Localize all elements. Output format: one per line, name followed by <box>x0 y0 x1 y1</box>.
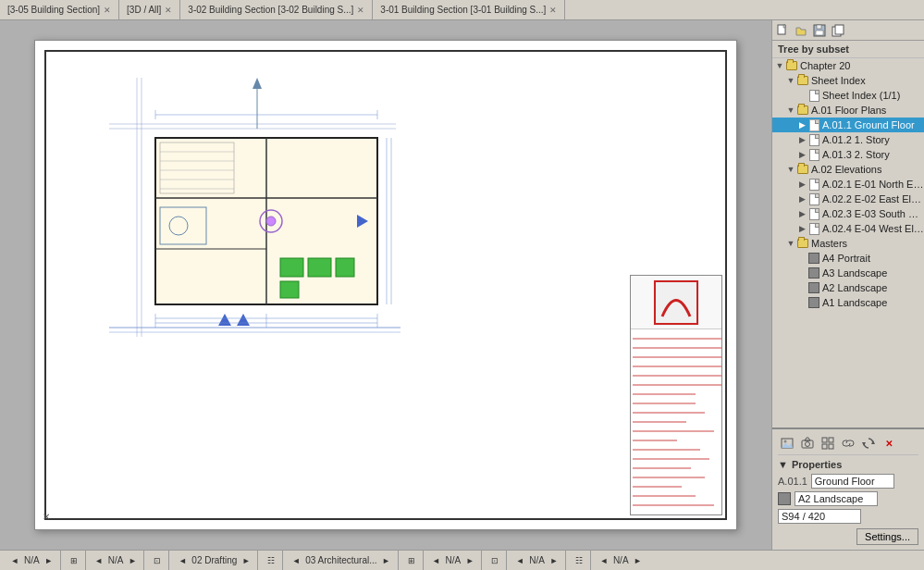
a013-page-icon <box>807 148 820 161</box>
prop-id-value[interactable]: Ground Floor <box>811 474 894 489</box>
status-seg-5: ◄ N/A ► <box>593 551 649 570</box>
tree-area[interactable]: ▼ Chapter 20 ▼ Sheet Index ▶ <box>772 58 924 428</box>
expand-arrow-a023[interactable]: ▶ <box>796 208 807 219</box>
tab-close-3d[interactable]: ✕ <box>165 6 172 15</box>
tree-item-a023[interactable]: ▶ A.02.3 E-03 South Elevation <box>772 206 924 221</box>
svg-marker-69 <box>782 443 793 448</box>
svg-point-68 <box>784 440 787 443</box>
expand-arrow-a011[interactable]: ▶ <box>796 119 807 130</box>
expand-arrow-a012[interactable]: ▶ <box>796 134 807 145</box>
status-arrow-right-arch[interactable]: ► <box>379 553 394 568</box>
status-arrow-right-drafting[interactable]: ► <box>239 553 253 568</box>
prop-close-btn[interactable]: ✕ <box>880 434 898 452</box>
expand-arrow-chapter20[interactable]: ▼ <box>774 60 785 71</box>
svg-rect-73 <box>822 438 827 442</box>
tree-item-masters-group[interactable]: ▼ Masters <box>772 236 924 251</box>
status-arrow-left-arch[interactable]: ◄ <box>289 553 303 568</box>
tab-bar: [3-05 Building Section] ✕ [3D / All] ✕ 3… <box>0 0 924 20</box>
tree-item-a2landscape[interactable]: ▶ A2 Landscape <box>772 280 924 295</box>
corner-arrow: ✕ <box>43 512 50 522</box>
prop-link-btn[interactable] <box>839 434 857 452</box>
a012-label: A.01.2 1. Story <box>822 134 890 145</box>
tree-item-sheetindex-item[interactable]: ▶ Sheet Index (1/1) <box>772 88 924 103</box>
tab-3d-all[interactable]: [3D / All] ✕ <box>119 0 180 19</box>
tree-item-a011[interactable]: ▶ A.01.1 Ground Floor <box>772 118 924 132</box>
tree-item-a024[interactable]: ▶ A.02.4 E-04 West Elevation <box>772 221 924 236</box>
tree-item-chapter20[interactable]: ▼ Chapter 20 <box>772 58 924 73</box>
expand-arrow-a022[interactable]: ▶ <box>796 193 807 204</box>
status-arrow-left-3[interactable]: ◄ <box>429 553 444 568</box>
prop-img-btn[interactable] <box>778 434 796 452</box>
tree-item-a01-group[interactable]: ▼ A.01 Floor Plans <box>772 103 924 118</box>
chapter20-label: Chapter 20 <box>800 60 850 71</box>
svg-marker-24 <box>218 314 231 326</box>
tree-item-a022[interactable]: ▶ A.02.2 E-02 East Elevation <box>772 192 924 206</box>
tab-close-302[interactable]: ✕ <box>357 6 364 15</box>
panel-new-btn[interactable] <box>774 22 791 39</box>
canvas-area[interactable]: ✕ <box>0 20 771 550</box>
status-seg-icon-3: ☷ <box>260 551 283 570</box>
svg-rect-16 <box>280 258 303 277</box>
tree-item-a012[interactable]: ▶ A.01.2 1. Story <box>772 132 924 147</box>
expand-arrow-a02[interactable]: ▼ <box>785 164 796 175</box>
status-icon-btn-6[interactable]: ☷ <box>572 553 586 568</box>
tree-item-sheetindex-group[interactable]: ▼ Sheet Index <box>772 73 924 88</box>
prop-refresh-btn[interactable] <box>859 434 878 452</box>
tab-label: 3-01 Building Section [3-01 Building S..… <box>380 5 546 15</box>
prop-layout-value[interactable]: A2 Landscape <box>795 491 878 506</box>
status-arrow-right-5[interactable]: ► <box>631 553 646 568</box>
panel-copy-btn[interactable] <box>830 22 846 39</box>
expand-arrow-a013[interactable]: ▶ <box>796 149 807 160</box>
tab-close-305[interactable]: ✕ <box>104 6 111 15</box>
title-block-logo <box>631 276 721 329</box>
a022-page-icon <box>807 192 820 205</box>
svg-rect-39 <box>653 279 699 326</box>
status-seg-2: ◄ N/A ► <box>88 551 145 570</box>
tree-item-a4portrait[interactable]: ▶ A4 Portrait <box>772 251 924 266</box>
status-icon-btn-2[interactable]: ⊡ <box>150 553 165 568</box>
prop-grid-btn[interactable] <box>819 434 837 452</box>
expand-arrow-a01[interactable]: ▼ <box>785 105 796 116</box>
status-arrow-left-drafting[interactable]: ◄ <box>175 553 190 568</box>
status-icon-btn-4[interactable]: ⊞ <box>404 553 419 568</box>
expand-arrow-a021[interactable]: ▶ <box>796 179 807 190</box>
status-icon-btn-3[interactable]: ☷ <box>264 553 278 568</box>
svg-marker-61 <box>783 25 785 28</box>
a01-group-label: A.01 Floor Plans <box>811 105 886 116</box>
tab-building-section-302[interactable]: 3-02 Building Section [3-02 Building S..… <box>180 0 373 19</box>
tab-close-301[interactable]: ✕ <box>549 6 557 15</box>
expand-arrow-sheetindex[interactable]: ▼ <box>785 75 796 86</box>
tree-item-a02-group[interactable]: ▼ A.02 Elevations <box>772 162 924 177</box>
expand-arrow-properties[interactable]: ▼ <box>778 459 788 470</box>
status-arrow-right-1[interactable]: ► <box>42 553 56 568</box>
status-arrow-left-4[interactable]: ◄ <box>512 553 527 568</box>
tab-building-section-301[interactable]: 3-01 Building Section [3-01 Building S..… <box>373 0 565 19</box>
prop-coords-value[interactable]: S94 / 420 <box>778 509 861 524</box>
a022-label: A.02.2 E-02 East Elevation <box>822 193 924 204</box>
expand-arrow-a024[interactable]: ▶ <box>796 223 807 234</box>
tree-item-a013[interactable]: ▶ A.01.3 2. Story <box>772 147 924 162</box>
prop-camera-btn[interactable] <box>798 434 817 452</box>
masters-folder-icon <box>796 237 809 250</box>
a01-folder-icon <box>796 104 809 117</box>
tree-item-a3landscape[interactable]: ▶ A3 Landscape <box>772 266 924 280</box>
status-icon-btn-1[interactable]: ⊞ <box>67 553 81 568</box>
status-arrow-left-2[interactable]: ◄ <box>92 553 106 568</box>
svg-rect-66 <box>835 25 844 34</box>
status-arrow-left-5[interactable]: ◄ <box>597 553 611 568</box>
svg-marker-25 <box>237 314 250 326</box>
status-arrow-right-4[interactable]: ► <box>547 553 561 568</box>
status-arrow-left-1[interactable]: ◄ <box>7 553 22 568</box>
expand-arrow-masters[interactable]: ▼ <box>785 238 796 249</box>
panel-open-btn[interactable] <box>793 22 809 39</box>
status-icon-btn-5[interactable]: ⊡ <box>487 553 502 568</box>
status-arrow-right-3[interactable]: ► <box>462 553 477 568</box>
tree-item-a1landscape[interactable]: ▶ A1 Landscape <box>772 295 924 310</box>
status-arrow-right-2[interactable]: ► <box>125 553 140 568</box>
settings-button[interactable]: Settings... <box>856 528 918 545</box>
tab-label: 3-02 Building Section [3-02 Building S..… <box>188 5 353 15</box>
panel-save-btn[interactable] <box>811 22 828 39</box>
tree-item-a021[interactable]: ▶ A.02.1 E-01 North Elevation <box>772 177 924 192</box>
tab-building-section-305[interactable]: [3-05 Building Section] ✕ <box>0 0 119 19</box>
sheetindex-folder-icon <box>796 74 809 87</box>
